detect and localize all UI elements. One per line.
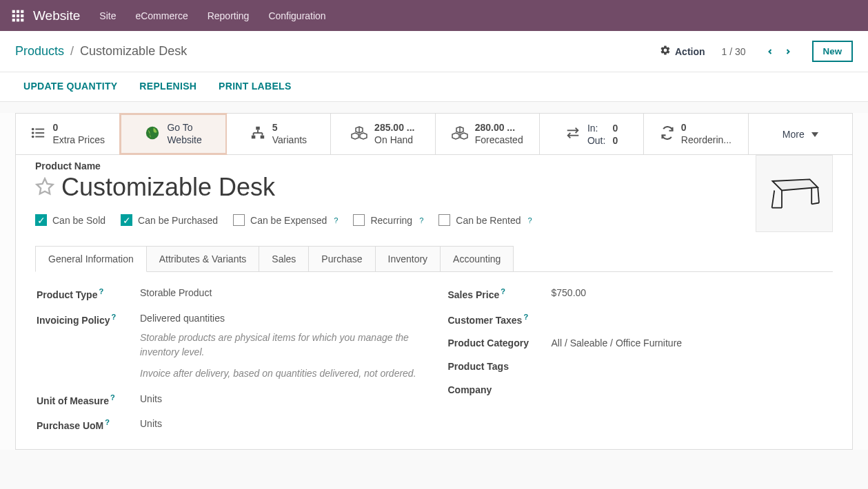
list-icon: [30, 125, 46, 143]
product-image[interactable]: [756, 155, 833, 232]
stat-more-label: More: [783, 129, 805, 140]
stat-on-hand[interactable]: 285.00 ... On Hand: [331, 114, 435, 154]
breadcrumb-separator: /: [70, 44, 74, 58]
stat-in-label: In:: [587, 123, 605, 134]
globe-icon: [145, 125, 160, 143]
tab-purchase[interactable]: Purchase: [308, 246, 375, 272]
help-icon[interactable]: ?: [419, 216, 423, 225]
checkbox-icon: ✓: [121, 214, 132, 226]
uom-value[interactable]: Units: [140, 393, 421, 404]
product-name-label: Product Name: [35, 160, 756, 171]
boxes-icon: [452, 125, 468, 143]
stat-forecasted-label: Forecasted: [475, 134, 523, 147]
nav-configuration[interactable]: Configuration: [268, 10, 325, 21]
stat-extra-prices-label: Extra Prices: [52, 134, 104, 147]
help-icon[interactable]: ?: [523, 313, 528, 321]
pager-prev[interactable]: [763, 44, 778, 59]
stat-go-to-website-line2: Website: [167, 134, 201, 147]
stat-in-out[interactable]: In: 0 Out: 0: [540, 114, 644, 154]
pager-next[interactable]: [780, 44, 796, 59]
svg-point-9: [32, 128, 34, 131]
sales-price-value[interactable]: $750.00: [552, 287, 832, 298]
new-button[interactable]: New: [812, 41, 853, 62]
tab-sales[interactable]: Sales: [259, 246, 309, 272]
stat-reordering[interactable]: 0 Reorderin...: [644, 114, 748, 154]
help-icon[interactable]: ?: [501, 287, 505, 295]
gear-icon: [660, 45, 671, 58]
page-bar: Products / Customizable Desk Action 1 / …: [0, 31, 868, 72]
tab-inventory[interactable]: Inventory: [375, 246, 441, 272]
svg-rect-14: [36, 136, 45, 138]
svg-rect-17: [252, 136, 256, 139]
product-type-value[interactable]: Storable Product: [140, 287, 421, 298]
print-labels-link[interactable]: PRINT LABELS: [219, 81, 292, 92]
breadcrumb-products[interactable]: Products: [15, 44, 64, 58]
stat-forecasted[interactable]: 280.00 ... Forecasted: [436, 114, 540, 154]
help-icon[interactable]: ?: [334, 216, 338, 225]
stat-button-row: 0 Extra Prices Go To Website 5 Variants: [15, 113, 853, 155]
help-icon[interactable]: ?: [110, 393, 115, 402]
stat-on-hand-label: On Hand: [374, 134, 414, 147]
svg-line-32: [818, 187, 819, 203]
check-can-be-rented[interactable]: Can be Rented?: [438, 214, 532, 226]
check-rented-label: Can be Rented: [456, 215, 521, 226]
product-category-value[interactable]: All / Saleable / Office Furniture: [552, 337, 832, 348]
app-brand[interactable]: Website: [33, 8, 80, 23]
svg-rect-16: [256, 127, 260, 130]
svg-point-13: [32, 136, 34, 138]
checkbox-icon: [233, 214, 245, 226]
favorite-star-icon[interactable]: [35, 177, 54, 198]
svg-rect-1: [17, 10, 19, 12]
replenish-link[interactable]: REPLENISH: [139, 81, 196, 92]
stat-in-value: 0: [612, 123, 618, 134]
stat-out-label: Out:: [587, 135, 605, 146]
svg-rect-2: [21, 10, 23, 12]
tab-accounting[interactable]: Accounting: [440, 246, 514, 272]
form-tabs: General Information Attributes & Variant…: [35, 246, 833, 272]
stat-on-hand-value: 285.00 ...: [374, 122, 414, 134]
uom-label: Unit of Measure: [37, 395, 109, 406]
stat-reordering-value: 0: [681, 122, 731, 134]
nav-site[interactable]: Site: [99, 10, 116, 21]
purchase-uom-value[interactable]: Units: [140, 418, 421, 429]
invoicing-policy-value[interactable]: Delivered quantities: [140, 313, 421, 324]
help-icon[interactable]: ?: [105, 418, 110, 426]
help-icon[interactable]: ?: [527, 216, 532, 225]
caret-down-icon: [811, 129, 818, 140]
svg-marker-27: [37, 178, 52, 194]
help-icon[interactable]: ?: [112, 313, 117, 321]
help-icon[interactable]: ?: [99, 287, 103, 295]
nav-reporting[interactable]: Reporting: [208, 10, 250, 21]
check-can-be-expensed[interactable]: Can be Expensed?: [233, 214, 338, 226]
action-dropdown[interactable]: Action: [660, 45, 705, 58]
check-can-be-sold[interactable]: ✓ Can be Sold: [35, 214, 105, 226]
product-name-value[interactable]: Customizable Desk: [61, 173, 275, 202]
product-tags-label: Product Tags: [448, 361, 552, 372]
check-purchased-label: Can be Purchased: [138, 215, 218, 226]
product-form: Product Name Customizable Desk ✓ Can be …: [15, 155, 853, 450]
update-quantity-link[interactable]: UPDATE QUANTITY: [23, 81, 117, 92]
check-sold-label: Can be Sold: [52, 215, 105, 226]
svg-rect-4: [17, 14, 19, 17]
svg-rect-8: [21, 19, 23, 21]
stat-extra-prices[interactable]: 0 Extra Prices: [16, 114, 120, 154]
transfer-icon: [565, 127, 581, 141]
breadcrumb-current: Customizable Desk: [80, 44, 187, 58]
stat-go-to-website[interactable]: Go To Website: [119, 113, 227, 155]
check-recurring[interactable]: Recurring?: [353, 214, 423, 226]
tab-general-information[interactable]: General Information: [35, 246, 147, 272]
general-info-panel: Product Type? Storable Product Invoicing…: [35, 271, 833, 444]
nav-ecommerce[interactable]: eCommerce: [135, 10, 188, 21]
checkbox-icon: [438, 214, 450, 226]
invoicing-policy-label: Invoicing Policy: [37, 314, 110, 325]
top-navbar: Website Site eCommerce Reporting Configu…: [0, 0, 868, 31]
check-can-be-purchased[interactable]: ✓ Can be Purchased: [121, 214, 218, 226]
stat-variants[interactable]: 5 Variants: [227, 114, 331, 154]
pager-text[interactable]: 1 / 30: [722, 46, 746, 57]
svg-rect-10: [36, 129, 45, 130]
product-type-label: Product Type: [37, 289, 97, 300]
svg-rect-6: [12, 19, 15, 21]
apps-icon[interactable]: [11, 9, 25, 23]
tab-attributes-variants[interactable]: Attributes & Variants: [146, 246, 260, 272]
stat-more[interactable]: More: [749, 114, 852, 154]
